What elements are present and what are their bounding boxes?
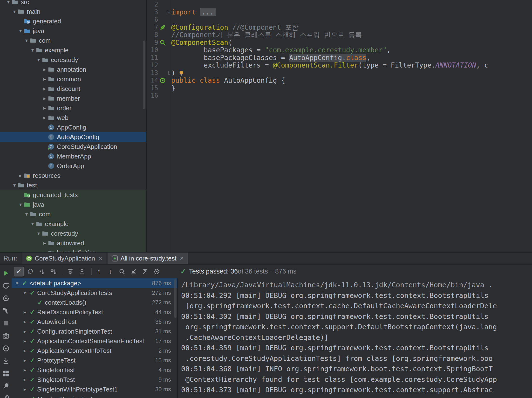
next-failed-test-button[interactable]: ↓ — [106, 267, 115, 276]
pin-tab-button[interactable] — [2, 382, 10, 390]
show-passed-toggle[interactable]: ✓ — [14, 267, 24, 276]
chevron-down-icon[interactable]: ▾ — [17, 28, 24, 34]
spring-bean-icon[interactable] — [158, 77, 167, 84]
close-icon[interactable]: × — [180, 254, 184, 262]
chevron-right-icon[interactable]: ▸ — [41, 67, 48, 72]
project-tree-item[interactable]: ▾test — [0, 180, 146, 190]
project-tree-item[interactable]: ▾corestudy — [0, 55, 146, 65]
sort-by-duration-button[interactable] — [49, 267, 58, 276]
chevron-right-icon[interactable]: ▸ — [21, 338, 28, 344]
line-number[interactable]: 2 — [147, 1, 158, 8]
attach-debugger-button[interactable] — [2, 357, 10, 365]
test-result-row[interactable]: ▾✓<default package>876 ms — [12, 278, 177, 288]
chevron-down-icon[interactable]: ▾ — [14, 280, 21, 286]
line-number[interactable]: 9 — [147, 39, 158, 47]
console-output[interactable]: /Library/Java/JavaVirtualMachines/jdk-11… — [177, 278, 532, 398]
project-tree-item[interactable]: ▾example — [0, 219, 146, 229]
chevron-down-icon[interactable]: ▾ — [17, 202, 24, 207]
stop-button[interactable] — [2, 320, 10, 327]
restore-layout-button[interactable] — [2, 370, 10, 377]
project-tree-item[interactable]: CCoreStudyApplication — [0, 142, 146, 151]
show-ignored-toggle[interactable]: ∅ — [26, 267, 35, 276]
line-number[interactable]: 8 — [147, 31, 158, 39]
chevron-down-icon[interactable]: ▾ — [5, 0, 12, 5]
line-number[interactable]: 6 — [147, 16, 158, 24]
settings-button[interactable] — [152, 267, 162, 276]
project-tree-item[interactable]: ▸discount — [0, 84, 146, 94]
project-tree-item[interactable]: ▸annotation — [0, 65, 146, 74]
line-number[interactable]: 13 — [147, 69, 158, 77]
project-tree-item[interactable]: ▾com — [0, 209, 146, 219]
chevron-down-icon[interactable]: ▾ — [29, 47, 36, 53]
code-line[interactable]: 11 basePackageClasses = AutoAppConfig.cl… — [147, 54, 532, 62]
project-tree-item[interactable]: ▸beandefinition — [0, 248, 146, 252]
code-line[interactable]: 12 excludeFilters = @ComponentScan.Filte… — [147, 62, 532, 69]
test-result-row[interactable]: ▸✓SingletonTest9 ms — [12, 375, 177, 384]
test-result-row[interactable]: ▸✓SingletonTest4 ms — [12, 365, 177, 375]
project-tree-item[interactable]: CAutoAppConfig — [0, 132, 146, 142]
code-line[interactable]: 10 basePackages = "com.example.corestudy… — [147, 46, 532, 54]
code-line[interactable]: 2 — [147, 1, 532, 8]
chevron-right-icon[interactable]: ▸ — [21, 309, 28, 315]
project-tree-item[interactable]: ▾com — [0, 36, 146, 45]
project-tree-item[interactable]: ▾java — [0, 26, 146, 36]
chevron-right-icon[interactable]: ▸ — [41, 115, 48, 121]
test-result-row[interactable]: ▸✓SingletonWithPrototypeTest130 ms — [12, 384, 177, 394]
test-result-row[interactable]: ▾✓CoreStudyApplicationTests272 ms — [12, 288, 177, 298]
project-tree-item[interactable]: ▸autowired — [0, 238, 146, 248]
chevron-down-icon[interactable]: ▾ — [29, 221, 36, 227]
line-number[interactable]: 16 — [147, 92, 158, 100]
project-tree-item[interactable]: CMemberApp — [0, 151, 146, 161]
build-button[interactable] — [2, 307, 10, 315]
spring-leaf-icon[interactable] — [158, 24, 167, 31]
toggle-auto-test-button[interactable] — [2, 295, 10, 302]
rerun-tests-button[interactable] — [2, 269, 10, 277]
code-line[interactable]: 7@Configuration //@Component 포함 — [147, 24, 532, 31]
code-line[interactable]: 15} — [147, 84, 532, 92]
coverage-button[interactable] — [2, 345, 10, 352]
test-settings-button[interactable] — [2, 395, 10, 398]
expand-all-button[interactable] — [66, 267, 75, 276]
bulb-icon[interactable] — [175, 69, 184, 77]
chevron-right-icon[interactable]: ▸ — [21, 348, 28, 354]
chevron-right-icon[interactable]: ▸ — [41, 250, 48, 252]
chevron-right-icon[interactable]: ▸ — [41, 76, 48, 82]
code-line[interactable]: 9@ComponentScan( — [147, 39, 532, 47]
test-result-row[interactable]: ✓contextLoads()272 ms — [12, 298, 177, 307]
chevron-right-icon[interactable]: ▸ — [21, 319, 28, 325]
test-result-row[interactable]: ▸✓ConfigurationSingletonTest31 ms — [12, 327, 177, 336]
chevron-right-icon[interactable]: ▸ — [17, 173, 24, 178]
chevron-down-icon[interactable]: ▾ — [21, 290, 28, 296]
rerun-failed-tests-button[interactable] — [2, 282, 10, 289]
test-result-row[interactable]: ▸✓MemberServiceTest — [12, 394, 177, 398]
chevron-right-icon[interactable]: ▸ — [21, 396, 28, 398]
code-line[interactable]: 14public class AutoAppConfig { — [147, 77, 532, 84]
chevron-right-icon[interactable]: ▸ — [41, 240, 48, 246]
previous-failed-test-button[interactable]: ↑ — [94, 267, 104, 276]
chevron-right-icon[interactable]: ▸ — [21, 377, 28, 383]
test-result-row[interactable]: ▸✓ApplicationContextSameBeanFindTest17 m… — [12, 336, 177, 346]
project-tree-item[interactable]: CAppConfig — [0, 123, 146, 132]
chevron-down-icon[interactable]: ▾ — [35, 231, 42, 236]
chevron-down-icon[interactable]: ▾ — [11, 182, 18, 188]
spring-scan-icon[interactable] — [158, 39, 167, 47]
collapse-all-button[interactable] — [77, 267, 87, 276]
chevron-right-icon[interactable]: ▸ — [41, 105, 48, 111]
chevron-down-icon[interactable]: ▾ — [23, 211, 30, 217]
scrollbar-thumb[interactable] — [143, 41, 145, 109]
project-tree-item[interactable]: ▸common — [0, 74, 146, 84]
test-history-button[interactable] — [117, 267, 127, 276]
line-number[interactable]: 10 — [147, 46, 158, 54]
project-tree-item[interactable]: ▾main — [0, 7, 146, 16]
chevron-down-icon[interactable]: ▾ — [35, 57, 42, 63]
thread-dump-button[interactable] — [2, 332, 10, 340]
test-results-tree[interactable]: ▾✓<default package>876 ms▾✓CoreStudyAppl… — [12, 278, 177, 398]
code-line[interactable]: 6 — [147, 16, 532, 24]
code-line[interactable]: 13) — [147, 69, 532, 77]
chevron-right-icon[interactable]: ▸ — [21, 357, 28, 363]
project-tree-item[interactable]: ▸order — [0, 103, 146, 113]
close-icon[interactable]: × — [98, 254, 102, 262]
test-result-row[interactable]: ▸✓ApplicationContextInfoTest2 ms — [12, 346, 177, 356]
code-line[interactable]: 8//Component가 붙은 클래스를 스캔해 스프링 빈으로 등록 — [147, 31, 532, 39]
test-result-row[interactable]: ▸✓PrototypeTest15 ms — [12, 356, 177, 365]
